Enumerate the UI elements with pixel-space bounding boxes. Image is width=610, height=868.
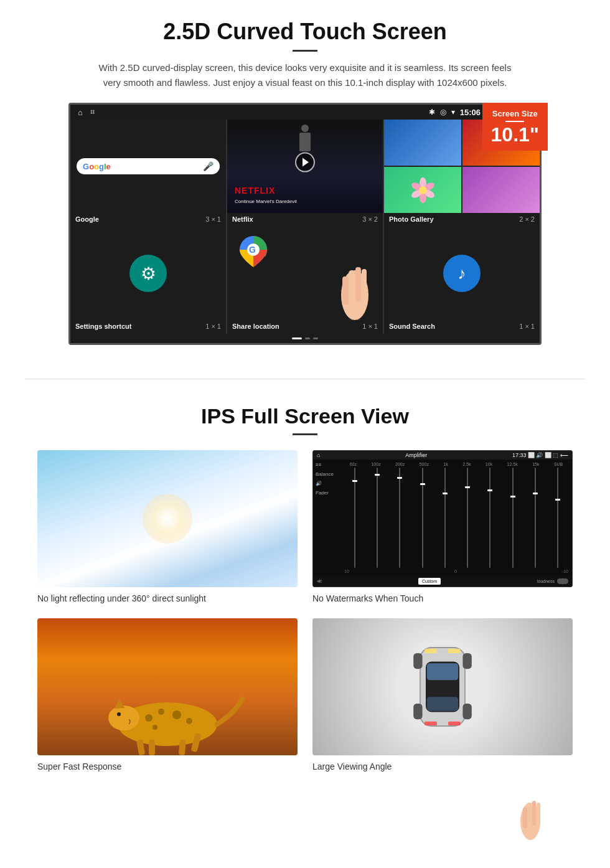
google-search-bar[interactable]: Google 🎤 [77,158,220,174]
netflix-play-button[interactable] [295,153,315,172]
status-time: 15:06 [460,108,481,117]
svg-rect-40 [462,704,471,719]
eq-bar-10[interactable] [548,468,568,568]
gear-icon: ⚙ [141,263,156,284]
sky-background [37,450,298,587]
amp-eq-icon: ≡≡ [316,462,340,468]
app-cell-share-location[interactable]: G Share l [227,227,383,334]
amp-arrows: ≪ [317,578,322,584]
photo-gallery-label: Photo Gallery 2 × 2 [384,213,540,227]
cheetah-image [37,618,298,755]
share-location-app-size: 1 × 1 [362,323,378,330]
device-wrapper: Screen Size 10.1" ⌂ ⌗ ✱ ◎ ▾ 15:06 ⬜ 🔊 ✕ [68,103,542,345]
sound-search-app-size: 1 × 1 [519,323,535,330]
amplifier-screen: ⌂ Amplifier 17:33 ⬜ 🔊 ⬜ ⬚ ⟵ ≡≡ Balance 🔊… [312,450,573,587]
music-note-icon: ♪ [458,264,466,283]
badge-divider [505,121,524,122]
svg-rect-28 [149,740,155,755]
photo-gallery-app-name: Photo Gallery [389,215,434,223]
svg-rect-36 [427,697,458,711]
app-cell-sound-search[interactable]: ♪ Sound Search 1 × 1 [384,227,540,334]
car-top-view-svg [405,631,480,743]
sunlight-caption: No light reflecting under 360° direct su… [37,593,298,603]
eq-bar-7[interactable] [480,468,500,568]
share-location-app-name: Share location [232,323,279,330]
svg-rect-44 [448,722,461,725]
svg-rect-10 [349,270,355,301]
netflix-dark-bg: NETFLIX Continue Marvel's Daredevil [227,120,383,213]
screen-size-badge: Screen Size 10.1" [482,103,548,151]
amplifier-image: ⌂ Amplifier 17:33 ⬜ 🔊 ⬜ ⬚ ⟵ ≡≡ Balance 🔊… [312,450,573,587]
svg-point-25 [152,725,157,730]
eq-bar-2[interactable] [367,468,387,568]
amp-scale-labels: 100-10 [343,569,570,573]
svg-rect-37 [413,653,422,669]
amp-custom-button[interactable]: Custom [418,578,441,585]
svg-rect-38 [462,653,471,669]
app-cell-settings[interactable]: ⚙ Settings shortcut 1 × 1 [70,227,226,334]
eq-bar-5[interactable] [434,468,455,568]
cheetah-svg [74,643,261,755]
netflix-subtitle-text: Continue Marvel's Daredevil [235,199,297,204]
amp-freq-labels: 60z100z200z500z1k2.5k10k12.5k15kSUB [343,462,570,466]
sound-search-app-name: Sound Search [389,323,435,330]
eq-bar-9[interactable] [525,468,545,568]
wifi-icon: ▾ [451,108,455,116]
amp-time: 17:33 ⬜ 🔊 ⬜ ⬚ ⟵ [512,452,568,458]
svg-point-21 [145,714,152,722]
amp-sliders-area: 60z100z200z500z1k2.5k10k12.5k15kSUB [343,462,570,573]
netflix-app-size: 3 × 2 [362,215,378,223]
android-screen: ⌂ ⌗ ✱ ◎ ▾ 15:06 ⬜ 🔊 ✕ ⬚ [68,103,542,345]
car-image [312,618,573,755]
amp-loudness-toggle[interactable] [557,578,568,584]
sound-search-label: Sound Search 1 × 1 [384,320,540,334]
usb-icon: ⌗ [90,107,95,117]
app-cell-google[interactable]: Google 🎤 Google 3 × 1 [70,120,226,227]
svg-point-6 [419,186,427,194]
google-label: Google 3 × 1 [70,213,226,227]
app-grid-row1: Google 🎤 Google 3 × 1 [70,120,540,227]
svg-rect-12 [362,269,367,300]
amp-balance-label: Balance [316,471,340,477]
eq-bar-8[interactable] [502,468,523,568]
sun-glow [143,494,192,544]
google-app-size: 3 × 1 [205,215,221,223]
badge-size: 10.1" [491,123,539,146]
watermarks-caption: No Watermarks When Touch [312,593,573,603]
settings-label: Settings shortcut 1 × 1 [70,320,226,334]
eq-bar-6[interactable] [457,468,477,568]
svg-point-24 [186,718,192,724]
svg-point-26 [108,705,139,730]
amp-fader-label: Fader [316,490,340,496]
ips-features-grid: No light reflecting under 360° direct su… [37,450,573,771]
share-location-label: Share location 1 × 1 [227,320,383,334]
netflix-app-name: Netflix [232,215,253,223]
eq-bar-3[interactable] [390,468,410,568]
netflix-figure-silhouette [299,125,311,151]
music-icon-wrap: ♪ [443,255,481,292]
amp-home-icon: ⌂ [317,452,320,458]
ips-item-viewing-angle: Large Viewing Angle [312,618,573,771]
eq-bar-1[interactable] [344,468,365,568]
flower-svg [409,176,437,204]
section-ips: IPS Full Screen View No light reflecting… [0,398,610,790]
sunlight-image [37,450,298,587]
sound-search-top: ♪ [384,227,540,320]
amp-loudness-control: loudness [537,578,568,584]
amp-status-bar: ⌂ Amplifier 17:33 ⬜ 🔊 ⬜ ⬚ ⟵ [313,451,572,460]
section2-title: IPS Full Screen View [37,404,573,428]
google-cell-top: Google 🎤 [70,120,226,213]
fast-response-caption: Super Fast Response [37,762,298,771]
hand-svg [327,245,383,320]
app-cell-netflix[interactable]: NETFLIX Continue Marvel's Daredevil Netf… [227,120,383,227]
photo-tile-flower [384,167,461,213]
home-icon[interactable]: ⌂ [78,108,83,117]
settings-cell-top: ⚙ [70,227,226,320]
scroll-dot-3 [313,337,318,339]
svg-rect-39 [413,704,422,719]
cheetah-background [37,618,298,755]
amp-title: Amplifier [405,452,427,458]
amp-vol-icon: 🔊 [316,481,340,486]
eq-bar-4[interactable] [412,468,433,568]
amp-left-labels: ≡≡ Balance 🔊 Fader [316,462,340,573]
